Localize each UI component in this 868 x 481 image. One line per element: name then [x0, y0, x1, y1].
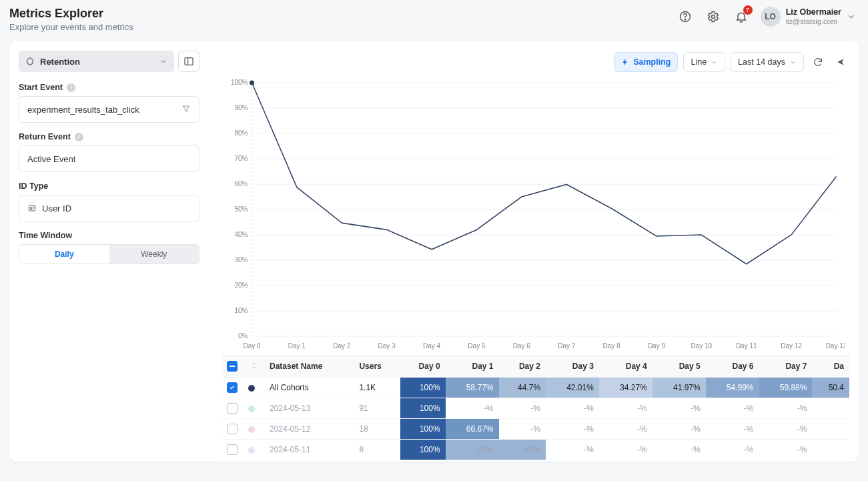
cohort-users: 8	[354, 440, 400, 460]
share-button[interactable]	[832, 53, 849, 71]
cohort-name: 2024-05-12	[264, 419, 354, 440]
help-icon[interactable]	[677, 8, 694, 25]
svg-point-6	[31, 207, 32, 208]
svg-text:Day 9: Day 9	[648, 342, 666, 350]
svg-text:Day 8: Day 8	[603, 342, 621, 350]
svg-point-2	[711, 15, 715, 19]
checkbox[interactable]	[227, 424, 238, 434]
col-header[interactable]: Day 6	[706, 356, 759, 378]
cohort-name: All Cohorts	[264, 378, 354, 398]
date-range-select[interactable]: Last 14 days	[731, 52, 804, 72]
checkbox[interactable]	[227, 361, 238, 372]
retention-cell: 50%	[499, 440, 546, 460]
col-header[interactable]: Day 0	[400, 356, 446, 378]
cohort-users: 91	[354, 398, 400, 419]
retention-cell: 41.97%	[653, 378, 706, 398]
retention-cell: -%	[706, 419, 759, 440]
notification-badge: 7	[743, 5, 753, 15]
return-event-select[interactable]: Active Event	[19, 145, 199, 172]
retention-cell: -%	[759, 440, 813, 460]
retention-cell: -%	[599, 419, 653, 440]
checkbox[interactable]	[227, 382, 238, 393]
retention-cell: -%	[653, 419, 706, 440]
start-event-select[interactable]: experiment_results_tab_click	[19, 96, 199, 123]
toggle-daily[interactable]: Daily	[19, 245, 109, 264]
refresh-button[interactable]	[809, 53, 827, 71]
chevron-down-icon	[159, 57, 167, 65]
return-event-label: Return Event	[19, 132, 71, 141]
col-header[interactable]: Day 3	[546, 356, 599, 378]
col-header[interactable]: Day 4	[599, 356, 653, 378]
id-type-label: ID Type	[19, 181, 48, 191]
svg-text:40%: 40%	[234, 231, 248, 238]
svg-text:Day 10: Day 10	[691, 342, 713, 350]
toggle-weekly[interactable]: Weekly	[109, 245, 199, 264]
user-menu[interactable]: LO Liz Obermaier liz@statsig.com	[761, 7, 856, 27]
retention-cell: -%	[546, 440, 599, 460]
page-subtitle: Explore your events and metrics	[9, 22, 133, 32]
info-icon[interactable]: i	[67, 83, 75, 92]
retention-icon	[25, 57, 35, 66]
cohort-color-dot	[248, 406, 255, 412]
checkbox[interactable]	[227, 403, 238, 414]
cohort-users: 1.1K	[354, 378, 400, 398]
retention-cell: -%	[499, 398, 546, 419]
svg-text:90%: 90%	[234, 104, 248, 111]
svg-text:Day 12: Day 12	[781, 342, 802, 350]
notifications-icon[interactable]: 7	[733, 8, 750, 25]
retention-cell: -%	[759, 419, 813, 440]
retention-cell	[812, 419, 849, 440]
svg-text:Day 13: Day 13	[826, 342, 845, 350]
retention-cell: 34.27%	[599, 378, 653, 398]
svg-text:20%: 20%	[234, 282, 248, 289]
retention-cell: 50%	[446, 440, 499, 460]
sampling-label: Sampling	[633, 57, 671, 67]
page-title: Metrics Explorer	[9, 7, 133, 21]
table-row[interactable]: 2024-05-1391100%-%-%-%-%-%-%-%	[222, 398, 849, 419]
col-header[interactable]: Day 5	[653, 356, 706, 378]
retention-cell: -%	[599, 398, 653, 419]
retention-cell: 66.67%	[446, 419, 499, 440]
svg-point-46	[250, 81, 254, 85]
retention-chart: 0%10%20%30%40%50%60%70%80%90%100%Day 0Da…	[222, 79, 845, 352]
retention-cell: -%	[546, 398, 599, 419]
col-header[interactable]: Dataset Name	[264, 356, 354, 378]
sampling-button[interactable]: Sampling	[614, 52, 678, 72]
avatar: LO	[761, 7, 781, 27]
svg-text:50%: 50%	[234, 205, 248, 213]
id-type-value: User ID	[42, 203, 71, 213]
col-header[interactable]: Day 2	[499, 356, 546, 378]
col-header[interactable]: Day 7	[759, 356, 813, 378]
settings-icon[interactable]	[705, 8, 722, 25]
svg-text:Day 6: Day 6	[513, 342, 531, 350]
checkbox[interactable]	[227, 444, 238, 455]
user-name: Liz Obermaier	[786, 7, 841, 17]
table-row[interactable]: 2024-05-1218100%66.67%-%-%-%-%-%-%	[222, 419, 849, 440]
id-type-select[interactable]: User ID	[19, 195, 199, 221]
retention-cell: 100%	[400, 378, 446, 398]
panel-layout-button[interactable]	[178, 51, 199, 72]
col-header[interactable]: Users	[354, 356, 400, 378]
info-icon[interactable]: i	[75, 133, 83, 141]
svg-rect-3	[185, 58, 193, 65]
svg-text:Day 2: Day 2	[333, 342, 351, 350]
filter-icon[interactable]	[181, 104, 191, 115]
table-row[interactable]: All Cohorts1.1K100%58.77%44.7%42.01%34.2…	[222, 378, 849, 398]
retention-cell: -%	[706, 440, 759, 460]
col-header[interactable]: Day 1	[446, 356, 499, 378]
time-window-label: Time Window	[19, 231, 72, 240]
retention-cell	[812, 398, 849, 419]
chart-type-label: Line	[691, 57, 707, 67]
analysis-mode-select[interactable]: Retention	[19, 51, 174, 72]
col-header[interactable]: Da	[812, 356, 849, 378]
chart-type-select[interactable]: Line	[683, 52, 725, 72]
sort-icon[interactable]	[251, 362, 258, 372]
svg-point-1	[685, 19, 685, 20]
user-id-icon	[27, 203, 37, 213]
time-window-toggle[interactable]: Daily Weekly	[19, 244, 199, 264]
retention-cell: 100%	[400, 419, 446, 440]
svg-text:Day 1: Day 1	[288, 342, 306, 350]
cohort-users: 18	[354, 419, 400, 440]
table-row[interactable]: 2024-05-118100%50%50%-%-%-%-%-%	[222, 440, 849, 460]
date-range-label: Last 14 days	[738, 57, 785, 67]
